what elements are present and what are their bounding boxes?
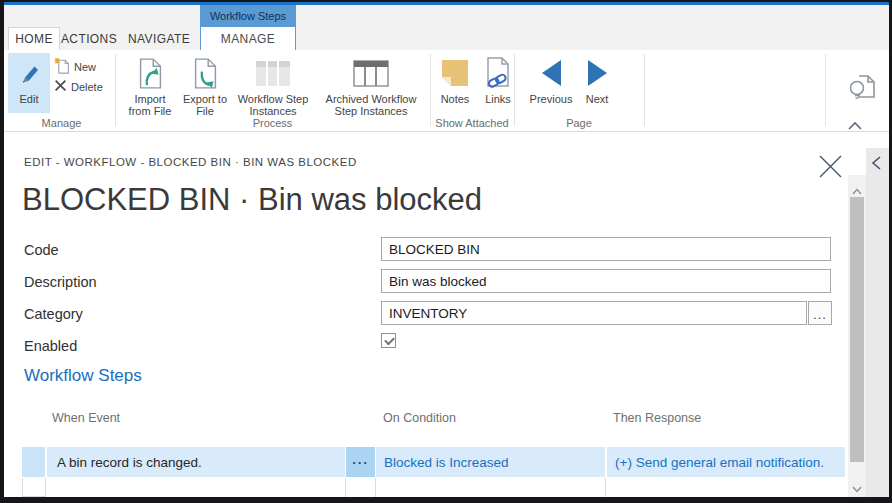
scroll-down-chevron-icon[interactable] bbox=[852, 479, 862, 497]
workflow-edit-window: Workflow Steps HOME ACTIONS NAVIGATE MAN… bbox=[0, 0, 892, 503]
category-field-label: Category bbox=[24, 306, 83, 322]
delete-button-label: Delete bbox=[71, 81, 103, 93]
workflow-step-instances-button[interactable]: Workflow Step Instances bbox=[233, 53, 313, 127]
collapse-ribbon-chevron-up-icon[interactable] bbox=[848, 116, 862, 134]
notes-button[interactable]: Notes bbox=[437, 53, 473, 127]
notes-button-label: Notes bbox=[441, 93, 470, 105]
empty-row-column-border bbox=[375, 478, 376, 497]
links-chain-icon bbox=[484, 53, 512, 93]
enabled-checkbox[interactable] bbox=[381, 333, 396, 348]
previous-button-label: Previous bbox=[530, 93, 573, 105]
window-border-left bbox=[0, 0, 4, 503]
factbox-pane-collapsed bbox=[866, 148, 889, 497]
empty-row-selector-cell[interactable] bbox=[22, 478, 46, 497]
page-breadcrumb-caption: EDIT - WORKFLOW - BLOCKED BIN · BIN WAS … bbox=[24, 156, 357, 168]
close-page-button[interactable] bbox=[816, 152, 845, 185]
new-document-icon bbox=[54, 57, 70, 76]
checkmark-icon bbox=[384, 335, 395, 346]
help-lightbulb-icon[interactable] bbox=[846, 70, 878, 108]
pencil-icon bbox=[17, 53, 41, 93]
new-button[interactable]: New bbox=[54, 57, 96, 76]
assist-edit-button[interactable]: ··· bbox=[345, 447, 375, 477]
next-button-label: Next bbox=[586, 93, 609, 105]
on-condition-cell[interactable]: Blocked is Increased bbox=[376, 447, 605, 477]
export-to-file-button[interactable]: Export to File bbox=[180, 53, 230, 127]
contextual-tab-group-label: Workflow Steps bbox=[200, 5, 296, 27]
workflow-step-instances-label: Workflow Step Instances bbox=[233, 93, 313, 117]
group-separator bbox=[514, 54, 515, 126]
column-header-then-response[interactable]: Then Response bbox=[613, 411, 701, 425]
code-field-label: Code bbox=[24, 242, 59, 258]
table-grid-light-icon bbox=[255, 53, 291, 93]
group-label-show-attached: Show Attached bbox=[430, 117, 514, 129]
window-border-bottom bbox=[0, 497, 892, 503]
delete-button[interactable]: Delete bbox=[54, 79, 103, 94]
next-arrow-icon bbox=[588, 53, 607, 93]
delete-x-icon bbox=[54, 79, 67, 94]
empty-row-column-border bbox=[605, 478, 606, 497]
export-file-icon bbox=[192, 53, 219, 93]
column-header-on-condition[interactable]: On Condition bbox=[383, 411, 456, 425]
when-event-cell[interactable]: A bin record is changed. bbox=[47, 447, 345, 477]
description-field-label: Description bbox=[24, 274, 97, 290]
category-lookup-button[interactable]: ... bbox=[808, 301, 832, 325]
tab-home[interactable]: HOME bbox=[8, 27, 60, 50]
then-response-cell[interactable]: (+) Send general email notification. bbox=[606, 447, 845, 477]
scrollbar-thumb[interactable] bbox=[850, 197, 864, 462]
group-label-manage: Manage bbox=[8, 117, 115, 129]
page-title: BLOCKED BIN · Bin was blocked bbox=[22, 182, 482, 218]
tab-actions[interactable]: ACTIONS bbox=[64, 27, 114, 50]
group-separator bbox=[644, 54, 645, 126]
export-to-file-label: Export to File bbox=[180, 93, 230, 117]
empty-row-column-border bbox=[345, 478, 346, 497]
group-separator bbox=[825, 54, 826, 126]
previous-button[interactable]: Previous bbox=[527, 53, 575, 127]
previous-arrow-icon bbox=[542, 53, 561, 93]
import-from-file-button[interactable]: Import from File bbox=[122, 53, 178, 127]
group-separator bbox=[115, 54, 116, 126]
expand-factbox-chevron-left-icon[interactable] bbox=[871, 156, 882, 174]
row-selector-cell[interactable] bbox=[22, 447, 46, 477]
group-separator bbox=[430, 54, 431, 126]
archived-workflow-step-instances-button[interactable]: Archived Workflow Step Instances bbox=[316, 53, 426, 127]
import-from-file-label: Import from File bbox=[122, 93, 178, 117]
group-label-page: Page bbox=[514, 117, 644, 129]
category-input[interactable] bbox=[381, 301, 807, 325]
archived-workflow-step-instances-label: Archived Workflow Step Instances bbox=[316, 93, 426, 117]
edit-button[interactable]: Edit bbox=[8, 53, 50, 113]
description-input[interactable] bbox=[381, 269, 831, 293]
column-header-when-event[interactable]: When Event bbox=[52, 411, 120, 425]
group-label-process: Process bbox=[115, 117, 430, 129]
code-input[interactable] bbox=[381, 237, 831, 261]
import-file-icon bbox=[137, 53, 164, 93]
table-grid-dark-icon bbox=[353, 53, 389, 93]
sticky-note-icon bbox=[440, 53, 470, 93]
window-border-top bbox=[0, 0, 892, 2]
new-button-label: New bbox=[74, 61, 96, 73]
links-button[interactable]: Links bbox=[479, 53, 517, 127]
edit-button-label: Edit bbox=[20, 93, 39, 105]
tab-manage[interactable]: MANAGE bbox=[200, 27, 296, 50]
tab-navigate[interactable]: NAVIGATE bbox=[128, 27, 190, 50]
workflow-steps-heading: Workflow Steps bbox=[24, 366, 142, 386]
next-button[interactable]: Next bbox=[577, 53, 617, 127]
enabled-field-label: Enabled bbox=[24, 338, 77, 354]
links-button-label: Links bbox=[485, 93, 511, 105]
